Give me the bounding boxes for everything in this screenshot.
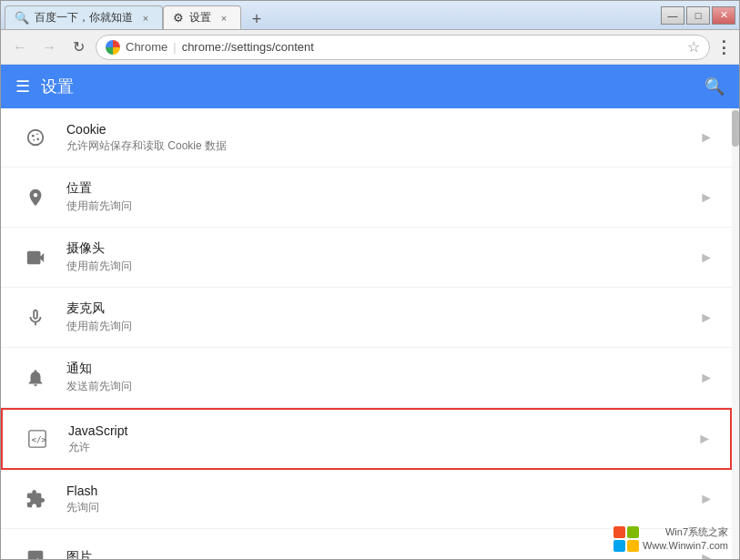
javascript-icon: </>: [21, 423, 54, 455]
location-arrow: ►: [699, 189, 714, 206]
javascript-subtitle: 允许: [68, 440, 697, 455]
tab-baidu[interactable]: 🔍 百度一下，你就知道 ×: [5, 5, 163, 29]
bookmark-star[interactable]: ☆: [687, 38, 700, 56]
search-icon[interactable]: 🔍: [705, 76, 725, 97]
microphone-subtitle: 使用前先询问: [66, 319, 699, 334]
flash-title: Flash: [66, 484, 699, 498]
settings-body: Cookie 允许网站保存和读取 Cookie 数据 ► 位置 使用前先询问 ►: [1, 108, 739, 559]
tab-settings-close[interactable]: ×: [217, 11, 231, 25]
nav-bar: ← → ↻ Chrome | chrome://settings/content…: [1, 30, 739, 65]
location-title: 位置: [66, 180, 699, 197]
camera-content: 摄像头 使用前先询问: [52, 240, 699, 274]
microphone-arrow: ►: [699, 310, 714, 326]
maximize-button[interactable]: □: [686, 6, 710, 25]
forward-button[interactable]: →: [37, 36, 61, 59]
camera-title: 摄像头: [66, 240, 699, 257]
settings-item-notification[interactable]: 通知 发送前先询问 ►: [1, 348, 732, 408]
settings-item-flash[interactable]: Flash 先询问 ►: [1, 470, 732, 529]
cookie-subtitle: 允许网站保存和读取 Cookie 数据: [66, 138, 699, 154]
scrollbar-thumb[interactable]: [732, 110, 739, 147]
cookie-icon: [19, 121, 52, 154]
scrollbar-track[interactable]: [732, 108, 739, 559]
settings-item-javascript[interactable]: </> JavaScript 允许 ►: [1, 408, 732, 470]
settings-item-images[interactable]: 图片 ►: [1, 529, 732, 559]
tab-settings-label: 设置: [189, 10, 211, 25]
images-content: 图片: [52, 549, 699, 559]
location-content: 位置 使用前先询问: [52, 180, 699, 214]
title-bar: 🔍 百度一下，你就知道 × ⚙ 设置 × + — □ ✕: [1, 1, 739, 30]
javascript-arrow: ►: [697, 431, 712, 447]
close-button[interactable]: ✕: [712, 6, 735, 25]
svg-point-0: [28, 130, 44, 146]
settings-page-title: 设置: [41, 76, 74, 97]
back-button[interactable]: ←: [8, 36, 32, 59]
flash-subtitle: 先询问: [66, 500, 699, 515]
svg-point-2: [36, 133, 38, 135]
svg-point-4: [33, 139, 35, 141]
browser-content: ☰ 设置 🔍 Cookie 允许网站保存和读取 Cookie 数据 ►: [1, 65, 739, 559]
settings-item-camera[interactable]: 摄像头 使用前先询问 ►: [1, 228, 732, 288]
flash-icon: [19, 483, 52, 515]
images-title: 图片: [66, 549, 699, 559]
settings-list: Cookie 允许网站保存和读取 Cookie 数据 ► 位置 使用前先询问 ►: [1, 108, 732, 559]
tab-settings[interactable]: ⚙ 设置 ×: [163, 5, 241, 29]
location-icon: [19, 181, 52, 214]
cookie-arrow: ►: [699, 129, 714, 146]
settings-favicon: ⚙: [173, 11, 184, 25]
tab-baidu-label: 百度一下，你就知道: [35, 10, 133, 25]
browser-window: 🔍 百度一下，你就知道 × ⚙ 设置 × + — □ ✕ ← → ↻ Chrom…: [0, 0, 740, 560]
window-controls: — □ ✕: [661, 6, 735, 25]
hamburger-menu-icon[interactable]: ☰: [15, 76, 30, 97]
svg-text:</>: </>: [32, 434, 47, 444]
chrome-header-bar: ☰ 设置 🔍: [1, 65, 739, 108]
camera-subtitle: 使用前先询问: [66, 259, 699, 274]
new-tab-button[interactable]: +: [245, 9, 269, 29]
address-bar[interactable]: Chrome | chrome://settings/content ☆: [96, 35, 710, 60]
images-arrow: ►: [699, 550, 714, 559]
microphone-title: 麦克风: [66, 300, 699, 317]
flash-content: Flash 先询问: [52, 484, 699, 515]
notification-title: 通知: [66, 361, 699, 377]
settings-item-cookie[interactable]: Cookie 允许网站保存和读取 Cookie 数据 ►: [1, 108, 732, 168]
chrome-icon: [106, 40, 120, 55]
tab-baidu-close[interactable]: ×: [138, 11, 153, 25]
location-subtitle: 使用前先询问: [66, 199, 699, 214]
camera-arrow: ►: [699, 249, 714, 266]
address-brand: Chrome: [126, 40, 167, 54]
tabs-area: 🔍 百度一下，你就知道 × ⚙ 设置 × +: [5, 1, 657, 29]
flash-arrow: ►: [699, 491, 714, 507]
baidu-favicon: 🔍: [15, 11, 29, 25]
cookie-title: Cookie: [66, 122, 699, 137]
svg-point-3: [36, 137, 39, 140]
address-url: chrome://settings/content: [182, 40, 314, 54]
notification-subtitle: 发送前先询问: [66, 379, 699, 394]
notification-content: 通知 发送前先询问: [52, 361, 699, 394]
settings-item-location[interactable]: 位置 使用前先询问 ►: [1, 168, 732, 228]
javascript-content: JavaScript 允许: [54, 423, 697, 455]
notification-arrow: ►: [699, 370, 714, 386]
javascript-title: JavaScript: [68, 423, 697, 438]
menu-button[interactable]: ⋮: [715, 37, 732, 57]
microphone-content: 麦克风 使用前先询问: [52, 300, 699, 334]
address-separator: |: [173, 40, 176, 54]
camera-icon: [19, 241, 52, 274]
images-icon: [19, 542, 52, 559]
notification-icon: [19, 361, 52, 394]
refresh-button[interactable]: ↻: [66, 36, 90, 59]
minimize-button[interactable]: —: [661, 6, 684, 25]
svg-point-1: [32, 135, 35, 137]
settings-item-microphone[interactable]: 麦克风 使用前先询问 ►: [1, 288, 732, 348]
microphone-icon: [19, 301, 52, 334]
cookie-content: Cookie 允许网站保存和读取 Cookie 数据: [52, 122, 699, 154]
